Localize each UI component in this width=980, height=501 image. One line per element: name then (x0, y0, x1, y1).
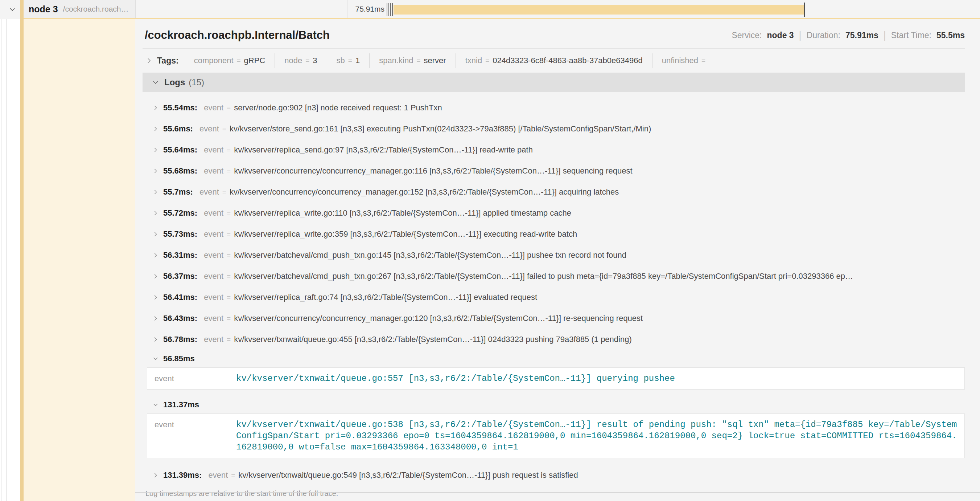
chevron-right-icon[interactable] (152, 231, 159, 238)
equals-sign: = (348, 57, 352, 65)
log-timestamp: 56.37ms: (163, 271, 197, 281)
log-field-name: event (199, 124, 219, 134)
span-detail-panel: /cockroach.roachpb.Internal/Batch Servic… (143, 19, 965, 498)
log-row[interactable]: 55.73ms: event = kv/kvserver/replica_wri… (143, 223, 965, 245)
tag-key: txnid (465, 56, 482, 65)
log-row[interactable]: 56.43ms: event = kv/kvserver/concurrency… (143, 308, 965, 329)
log-row[interactable]: 55.6ms: event = kv/kvserver/store_send.g… (143, 118, 965, 139)
log-row[interactable]: 55.54ms: event = server/node.go:902 [n3]… (143, 97, 965, 118)
logs-count: (15) (189, 77, 204, 88)
equals-sign: = (227, 230, 231, 238)
log-field-value: kv/kvserver/batcheval/cmd_push_txn.go:14… (234, 250, 626, 260)
chevron-down-icon[interactable] (152, 356, 159, 362)
chevron-right-icon[interactable] (152, 168, 159, 174)
log-field-name: event (204, 250, 223, 260)
tag-value: server (424, 56, 446, 65)
collapse-children-chevron-icon[interactable] (8, 5, 17, 14)
log-timestamp: 55.7ms: (163, 187, 193, 197)
log-field-name: event (204, 293, 223, 302)
log-field-name: event (204, 145, 223, 155)
detail-row-bottom-divider (135, 492, 980, 493)
tag-value: gRPC (244, 56, 266, 65)
log-timestamp: 56.41ms: (163, 293, 197, 302)
log-timestamp: 131.39ms: (163, 471, 202, 480)
tag-key: span.kind (379, 56, 413, 65)
equals-sign: = (227, 104, 231, 112)
tag-value: 024d3323-6c8f-4863-aa8b-37ab0e63496d (493, 56, 642, 65)
chevron-right-icon[interactable] (152, 336, 159, 343)
chevron-right-icon[interactable] (152, 252, 159, 258)
chevron-right-icon[interactable] (152, 294, 159, 301)
log-expanded-header[interactable]: 131.37ms (143, 396, 965, 413)
tags-list: component = gRPC node = 3 sb = 1 span.ki… (185, 53, 719, 68)
log-field-name: event (147, 419, 236, 429)
tag-item[interactable]: span.kind = server (369, 53, 455, 68)
chevron-right-icon[interactable] (152, 147, 159, 153)
span-row[interactable]: node 3 /cockroach.roach… 75.91ms (0, 0, 980, 19)
log-field-name: event (204, 230, 223, 239)
tag-item[interactable]: node = 3 (275, 53, 327, 68)
log-field-name: event (204, 271, 223, 281)
log-field-name: event (204, 103, 223, 113)
tags-section-toggle[interactable]: Tags: component = gRPC node = 3 sb = 1 s… (143, 49, 965, 73)
log-field-name: event (204, 335, 223, 344)
equals-sign: = (227, 294, 231, 302)
chevron-right-icon[interactable] (152, 273, 159, 279)
logs-list: 55.54ms: event = server/node.go:902 [n3]… (143, 97, 965, 486)
log-field-value: server/node.go:902 [n3] node received re… (234, 103, 442, 113)
chevron-right-icon[interactable] (152, 315, 159, 322)
span-detail-title: /cockroach.roachpb.Internal/Batch (145, 29, 330, 42)
chevron-down-icon[interactable] (152, 79, 159, 86)
log-row[interactable]: 55.68ms: event = kv/kvserver/concurrency… (143, 161, 965, 182)
tag-item[interactable]: component = gRPC (185, 53, 275, 68)
meta-separator: | (883, 30, 886, 41)
tag-item[interactable]: unfinished = (652, 53, 718, 68)
log-detail-card: event kv/kvserver/txnwait/queue.go:538 [… (147, 413, 965, 458)
chevron-right-icon[interactable] (152, 126, 159, 132)
tag-key: component (194, 56, 234, 65)
chevron-down-icon[interactable] (152, 402, 159, 408)
span-detail-indent-column (24, 19, 135, 501)
equals-sign: = (702, 57, 705, 65)
log-field-value: kv/kvserver/txnwait/queue.go:455 [n3,s3,… (234, 335, 632, 344)
tag-key: sb (337, 56, 345, 65)
log-expanded-header[interactable]: 56.85ms (143, 350, 965, 367)
duration-value: 75.91ms (845, 30, 878, 40)
span-detail-meta: Service: node 3 | Duration: 75.91ms | St… (732, 30, 965, 41)
logs-section-toggle[interactable]: Logs (15) (143, 73, 965, 92)
equals-sign: = (416, 57, 420, 65)
tag-item[interactable]: sb = 1 (327, 53, 370, 68)
span-bar[interactable] (393, 5, 805, 14)
chevron-right-icon[interactable] (152, 210, 159, 216)
log-entry-expanded: 56.85ms event kv/kvserver/txnwait/queue.… (143, 350, 965, 389)
chevron-right-icon[interactable] (145, 57, 153, 64)
log-row[interactable]: 56.41ms: event = kv/kvserver/replica_raf… (143, 287, 965, 308)
chevron-right-icon[interactable] (152, 105, 159, 111)
log-field-value: kv/kvserver/concurrency/concurrency_mana… (234, 314, 643, 323)
log-timestamp: 131.37ms (163, 400, 199, 410)
chevron-right-icon[interactable] (152, 472, 159, 479)
log-row[interactable]: 55.7ms: event = kv/kvserver/concurrency/… (143, 182, 965, 203)
log-row[interactable]: 56.31ms: event = kv/kvserver/batcheval/c… (143, 245, 965, 266)
tag-item[interactable]: txnid = 024d3323-6c8f-4863-aa8b-37ab0e63… (456, 53, 652, 68)
equals-sign: = (222, 125, 226, 133)
span-name-cell[interactable]: node 3 /cockroach.roach… (24, 0, 135, 18)
log-row[interactable]: 56.37ms: event = kv/kvserver/batcheval/c… (143, 266, 965, 287)
log-row[interactable]: 55.64ms: event = kv/kvserver/replica_sen… (143, 139, 965, 161)
span-indent-accent (20, 0, 24, 501)
gutter-line (6, 0, 6, 501)
log-timestamp: 56.31ms: (163, 250, 197, 260)
log-row[interactable]: 56.78ms: event = kv/kvserver/txnwait/que… (143, 329, 965, 350)
log-row[interactable]: 55.72ms: event = kv/kvserver/replica_wri… (143, 203, 965, 223)
log-field-value: kv/kvserver/concurrency/concurrency_mana… (229, 187, 619, 197)
tag-key: node (284, 56, 302, 65)
log-row[interactable]: 131.39ms: event = kv/kvserver/txnwait/qu… (143, 465, 965, 486)
equals-sign: = (485, 57, 489, 65)
equals-sign: = (227, 167, 231, 175)
logs-footer-note: Log timestamps are relative to the start… (145, 489, 965, 498)
log-field-value: kv/kvserver/txnwait/queue.go:557 [n3,s3,… (236, 373, 958, 384)
chevron-right-icon[interactable] (152, 189, 159, 195)
log-field-value: kv/kvserver/replica_raft.go:74 [n3,s3,r6… (234, 293, 537, 302)
log-field-value: kv/kvserver/batcheval/cmd_push_txn.go:26… (234, 271, 853, 281)
equals-sign: = (237, 57, 241, 65)
